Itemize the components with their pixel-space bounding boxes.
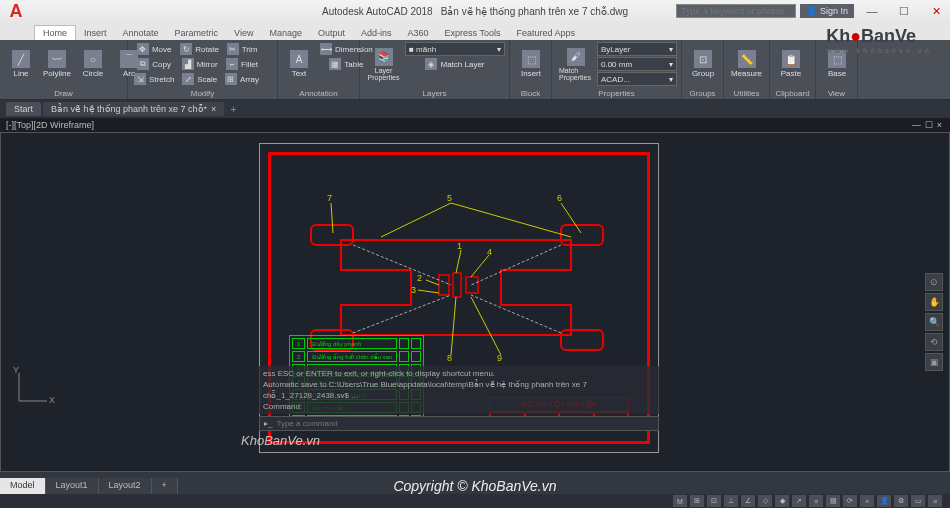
stretch-button[interactable]: ⇲Stretch [132,72,176,86]
panel-view-label[interactable]: View [816,89,857,98]
svg-rect-1 [561,225,603,245]
polyline-button[interactable]: 〰Polyline [40,42,74,86]
nav-fullnav-button[interactable]: ⊙ [925,273,943,291]
vp-min-icon[interactable]: — [912,120,921,130]
help-search-input[interactable] [676,4,796,18]
status-transparency-button[interactable]: ▨ [826,495,840,507]
linetype-dropdown[interactable]: ACAD...▾ [597,72,677,86]
autocad-logo[interactable]: A [4,0,28,23]
label-8: 8 [447,353,452,363]
matchprop-icon: 🖌 [567,48,585,66]
maximize-button[interactable]: ☐ [890,2,918,20]
trim-button[interactable]: ✂Trim [223,42,261,56]
file-tab[interactable]: Bản vẽ hệ thống phanh trên xe 7 chỗ*× [43,102,224,116]
copy-button[interactable]: ⧉Copy [132,57,176,71]
start-tab[interactable]: Start [6,102,41,116]
status-snap-button[interactable]: ⊡ [707,495,721,507]
measure-button[interactable]: 📏Measure [728,42,765,86]
insert-block-button[interactable]: ⬚Insert [514,42,548,86]
layer-dropdown[interactable]: ■ mãnh▾ [405,42,505,56]
tab-a360[interactable]: A360 [400,26,437,40]
close-tab-icon[interactable]: × [211,104,216,114]
tab-view[interactable]: View [226,26,261,40]
layout1-tab[interactable]: Layout1 [46,478,99,494]
add-tab-button[interactable]: + [226,104,240,115]
drawing-canvas[interactable]: 7 5 6 1 2 3 4 8 9 1Đường dây phanh 2Đườn… [0,132,950,472]
add-layout-button[interactable]: + [152,478,178,494]
array-button[interactable]: ⊞Array [223,72,261,86]
viewport-label[interactable]: [-][Top][2D Wireframe] [6,120,94,130]
move-button[interactable]: ✥Move [132,42,176,56]
vp-max-icon[interactable]: ☐ [925,120,933,130]
match-layer-button[interactable]: ◈Match Layer [405,57,505,71]
status-workspace-button[interactable]: ⚙ [894,495,908,507]
panel-annot-label[interactable]: Annotation [278,89,359,98]
chevron-down-icon: ▾ [669,60,673,69]
panel-draw-label[interactable]: Draw [0,89,127,98]
rotate-button[interactable]: ↻Rotate [178,42,221,56]
minimize-button[interactable]: — [858,2,886,20]
status-model-button[interactable]: M [673,495,687,507]
model-tab[interactable]: Model [0,478,46,494]
panel-util-label[interactable]: Utilities [724,89,769,98]
status-cycling-button[interactable]: ⟳ [843,495,857,507]
vp-close-icon[interactable]: × [937,120,942,130]
label-5: 5 [447,193,452,203]
tab-annotate[interactable]: Annotate [115,26,167,40]
ribbon-tabs: Home Insert Annotate Parametric View Man… [0,22,950,40]
layout2-tab[interactable]: Layout2 [99,478,152,494]
close-button[interactable]: ✕ [922,2,950,20]
status-osnap-button[interactable]: ◇ [758,495,772,507]
signin-button[interactable]: 👤Sign In [800,4,854,18]
fillet-button[interactable]: ⌐Fillet [223,57,261,71]
status-3dosnap-button[interactable]: ◆ [775,495,789,507]
panel-props-label[interactable]: Properties [552,89,681,98]
status-grid-button[interactable]: ⊞ [690,495,704,507]
status-annoscale-button[interactable]: 👤 [877,495,891,507]
svg-line-17 [418,290,439,293]
status-otrack-button[interactable]: ↗ [792,495,806,507]
text-button[interactable]: AText [282,42,316,86]
scale-button[interactable]: ⤢Scale [178,72,221,86]
label-3: 3 [411,285,416,295]
match-properties-button[interactable]: 🖌Match Properties [556,42,595,86]
tab-express[interactable]: Express Tools [437,26,509,40]
nav-showmotion-button[interactable]: ▣ [925,353,943,371]
trim-icon: ✂ [227,43,239,55]
panel-clip-label[interactable]: Clipboard [770,89,815,98]
tab-manage[interactable]: Manage [261,26,310,40]
status-polar-button[interactable]: ∠ [741,495,755,507]
panel-modify-label[interactable]: Modify [128,89,277,98]
tab-output[interactable]: Output [310,26,353,40]
panel-block-label[interactable]: Block [510,89,551,98]
status-clean-button[interactable]: ▭ [911,495,925,507]
panel-groups-label[interactable]: Groups [682,89,723,98]
tab-parametric[interactable]: Parametric [167,26,227,40]
circle-icon: ○ [84,50,102,68]
status-lweight-button[interactable]: ≡ [809,495,823,507]
tab-addins[interactable]: Add-ins [353,26,400,40]
nav-orbit-button[interactable]: ⟲ [925,333,943,351]
layer-properties-button[interactable]: 📚Layer Properties [364,42,403,86]
tab-insert[interactable]: Insert [76,26,115,40]
status-ortho-button[interactable]: ⊥ [724,495,738,507]
group-button[interactable]: ⊡Group [686,42,720,86]
status-custom-button[interactable]: ≡ [928,495,942,507]
tab-featured[interactable]: Featured Apps [508,26,583,40]
command-line[interactable]: ▸_ Type a command [259,416,659,431]
line-button[interactable]: ╱Line [4,42,38,86]
panel-layers-label[interactable]: Layers [360,89,509,98]
text-icon: A [290,50,308,68]
circle-button[interactable]: ○Circle [76,42,110,86]
tab-home[interactable]: Home [34,25,76,40]
status-annomonitor-button[interactable]: + [860,495,874,507]
nav-zoom-button[interactable]: 🔍 [925,313,943,331]
color-dropdown[interactable]: ByLayer▾ [597,42,677,56]
insert-icon: ⬚ [522,50,540,68]
label-6: 6 [557,193,562,203]
nav-pan-button[interactable]: ✋ [925,293,943,311]
mirror-button[interactable]: ▟Mirror [178,57,221,71]
paste-button[interactable]: 📋Paste [774,42,808,86]
lineweight-dropdown[interactable]: 0.00 mm▾ [597,57,677,71]
svg-line-14 [561,203,581,233]
